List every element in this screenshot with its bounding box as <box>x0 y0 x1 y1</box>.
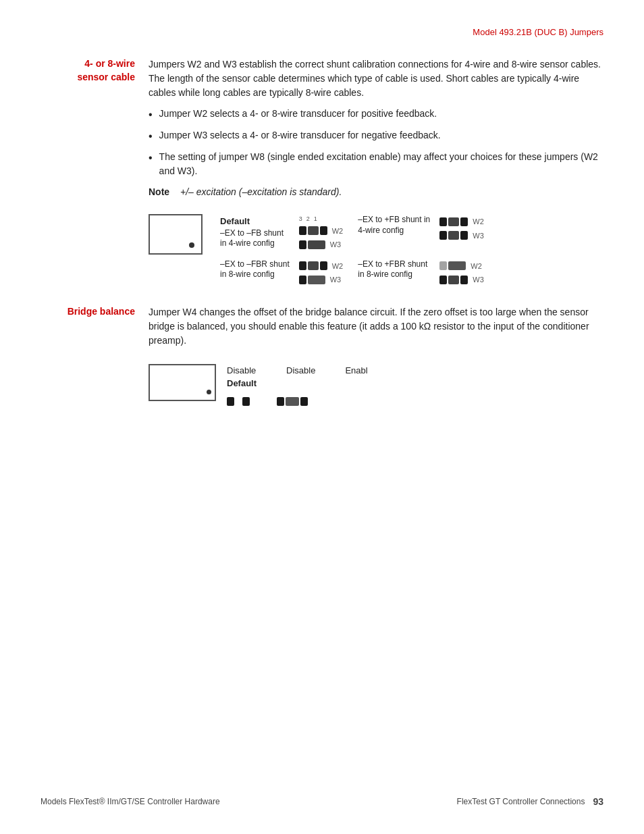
c3-w3-cap <box>448 231 459 240</box>
pin-numbers-1: 321 <box>299 215 344 224</box>
bridge-label-text: Bridge balance <box>68 306 135 317</box>
w3-pins-8wire <box>299 276 325 284</box>
bb-enable-pins <box>277 397 308 406</box>
footer-right-text: FlexTest GT Controller Connections <box>457 797 585 806</box>
w2-pins-default <box>299 226 327 235</box>
bb-e-pin2 <box>300 397 308 406</box>
c3-8w-w3-label: W3 <box>473 274 484 286</box>
bullet-2: Jumper W3 selects a 4- or 8-wire transdu… <box>149 128 603 145</box>
w2-row-col3-4wire: W2 <box>439 216 484 228</box>
c3-w3-pin2 <box>460 231 468 240</box>
w3-col3-8wire-pins <box>439 276 468 284</box>
bb-config-area: Disable Default Disable Enabl <box>227 359 368 406</box>
bb-d-pin2 <box>242 397 250 406</box>
config-table: Default –EX to –FB shunt in 4-wire confi… <box>216 213 488 289</box>
page-number: 93 <box>593 796 603 807</box>
col2-sub2: 4-wire config <box>358 226 430 236</box>
w2-row-default-4wire: W2 <box>299 226 344 237</box>
wire-bullets: Jumper W2 selects a 4- or 8-wire transdu… <box>149 107 603 178</box>
w2-pin1 <box>299 226 306 235</box>
bb-disable2-label: Disable <box>286 364 315 377</box>
bb-disable-pins <box>227 397 250 406</box>
c3-w2-cap <box>448 217 459 226</box>
bullet-3: The setting of jumper W8 (single ended e… <box>149 150 603 178</box>
page-header: Model 493.21B (DUC B) Jumpers <box>41 27 603 37</box>
jumper-box-dot <box>189 242 194 248</box>
note-text: +/– excitation (–excitation is standard)… <box>180 186 342 197</box>
8w-w3-cap <box>308 276 325 284</box>
c3-w3-pin1 <box>439 231 447 240</box>
bb-disable2-col: Disable <box>286 364 315 390</box>
bridge-body: Jumper W4 changes the offset of the brid… <box>149 305 603 348</box>
8w-w2-pin1 <box>299 261 306 270</box>
bullet-1: Jumper W2 selects a 4- or 8-wire transdu… <box>149 107 603 123</box>
bb-e-cap <box>286 397 299 406</box>
jumper-box-wire <box>149 214 203 255</box>
bb-board-icon <box>149 364 216 405</box>
c3-w2-label: W2 <box>473 216 484 228</box>
c3-w3-label: W3 <box>473 230 484 242</box>
w2-pin2 <box>320 226 327 235</box>
config-row-default: Default –EX to –FB shunt in 4-wire confi… <box>216 213 488 254</box>
wire-section-label: 4- or 8-wiresensor cable <box>41 57 149 289</box>
c3-8w-w3-pin2 <box>460 276 468 284</box>
w3-pin1 <box>299 240 306 249</box>
default-sub2: in 4-wire config <box>220 238 290 249</box>
bb-enable-label: Enabl <box>345 364 367 377</box>
wire-section: 4- or 8-wiresensor cable Jumpers W2 and … <box>41 57 603 289</box>
col2-sub3: –EX to +FBR shunt <box>358 259 430 270</box>
c3-w2-pin1 <box>439 217 447 226</box>
bb-disable1-label: Disable <box>227 364 257 377</box>
default-sub1: –EX to –FB shunt <box>220 228 290 239</box>
col2-sub1: –EX to +FB shunt in <box>358 215 430 226</box>
footer-right: FlexTest GT Controller Connections 93 <box>457 796 603 807</box>
wire-body: Jumpers W2 and W3 establish the correct … <box>149 57 603 100</box>
w2-pins-col3 <box>439 217 468 226</box>
default-label: Default <box>220 215 290 228</box>
bb-enable-col: Enabl <box>345 364 367 390</box>
bb-labels-row: Disable Default Disable Enabl <box>227 364 368 390</box>
w2-pins-8wire <box>299 261 327 270</box>
w2-label-1: W2 <box>332 226 344 237</box>
jumper-diagrams: Default –EX to –FB shunt in 4-wire confi… <box>149 207 603 289</box>
w2-col3-8wire-pins <box>439 261 466 270</box>
col2-sub4: in 8-wire config <box>358 269 430 280</box>
footer-left: Models FlexTest® IIm/GT/SE Controller Ha… <box>41 797 220 806</box>
bb-box <box>149 364 216 401</box>
c3-8w-w3-cap <box>448 276 459 284</box>
w3-label-1: W3 <box>330 239 342 251</box>
c3-8w-w2-label: W2 <box>471 261 482 272</box>
note-line: Note +/– excitation (–excitation is stan… <box>149 185 603 199</box>
bridge-section: Bridge balance Jumper W4 changes the off… <box>41 305 603 406</box>
config-row-8wire: –EX to –FBR shunt in 8-wire config <box>216 254 488 289</box>
bridge-diagrams: Disable Default Disable Enabl <box>149 359 603 406</box>
8w-w2-pin2 <box>320 261 327 270</box>
8w-w2-cap <box>308 261 319 270</box>
8w-w2-label: W2 <box>332 261 344 272</box>
c3-8w-w2-cap <box>448 261 466 270</box>
default-sub3: –EX to –FBR shunt <box>220 259 290 270</box>
bb-e-pin1 <box>277 397 284 406</box>
w3-row-default-4wire: W3 <box>299 239 344 251</box>
bb-pins-row <box>227 397 368 406</box>
bb-disable1-col: Disable Default <box>227 364 257 390</box>
c3-w2-pin2 <box>460 217 468 226</box>
w3-row-col3-8wire: W3 <box>439 274 484 286</box>
bb-box-dot <box>207 390 211 394</box>
w2-cap <box>308 226 319 235</box>
w3-pins-default <box>299 240 325 249</box>
default-sub4: in 8-wire config <box>220 269 290 280</box>
w2-row-8wire: W2 <box>299 261 344 272</box>
8w-w3-label: W3 <box>330 274 342 286</box>
page: Model 493.21B (DUC B) Jumpers 4- or 8-wi… <box>0 0 644 834</box>
bridge-section-label: Bridge balance <box>41 305 149 406</box>
w3-pins-col3 <box>439 231 468 240</box>
c3-8w-w2-pin1 <box>439 261 447 270</box>
bridge-section-content: Jumper W4 changes the offset of the brid… <box>149 305 603 406</box>
w2-row-col3-8wire: W2 <box>439 261 484 272</box>
bb-default-label: Default <box>227 377 257 390</box>
header-title: Model 493.21B (DUC B) Jumpers <box>473 27 603 37</box>
bb-d-pin1 <box>227 397 234 406</box>
note-label: Note <box>149 186 169 197</box>
wire-section-content: Jumpers W2 and W3 establish the correct … <box>149 57 603 289</box>
